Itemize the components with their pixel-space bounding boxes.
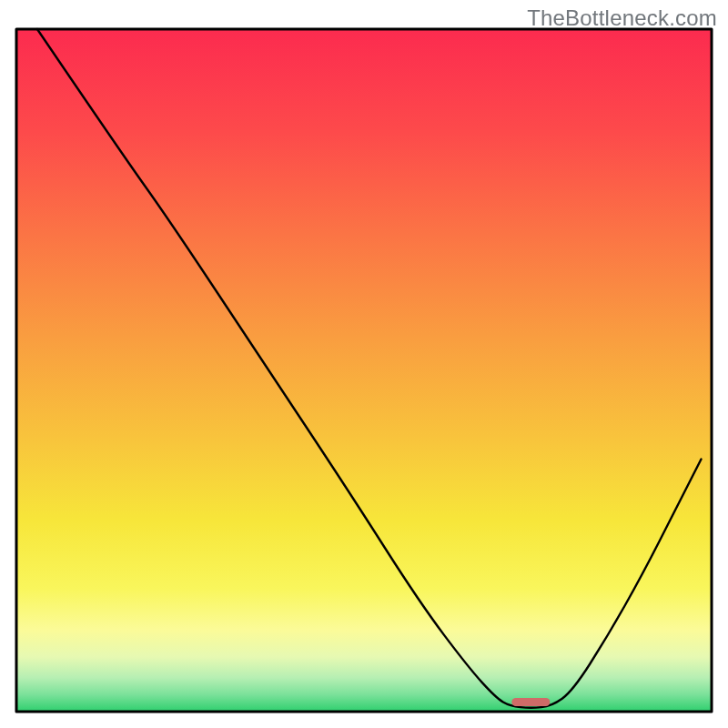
bottleneck-chart: TheBottleneck.com (0, 0, 728, 728)
chart-canvas (0, 0, 728, 728)
watermark-text: TheBottleneck.com (527, 5, 717, 31)
